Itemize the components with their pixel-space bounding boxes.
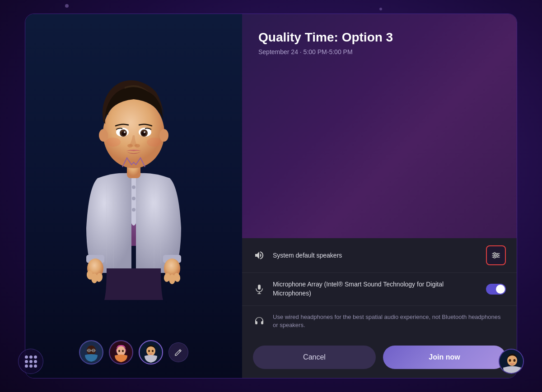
svg-point-47 (148, 350, 150, 352)
svg-point-3 (132, 197, 136, 200)
svg-point-54 (494, 256, 495, 258)
svg-point-31 (127, 144, 133, 148)
svg-point-21 (99, 129, 108, 142)
microphone-toggle-action (486, 284, 506, 295)
event-title: Quality Time: Option 3 (258, 30, 500, 45)
svg-point-34 (147, 138, 161, 147)
apps-dot (34, 364, 37, 368)
avatar-panel (25, 14, 242, 378)
microphone-control-row: Microphone Array (Intel® Smart Sound Tec… (242, 273, 517, 305)
main-container: Quality Time: Option 3 September 24 · 5:… (25, 14, 517, 378)
svg-point-48 (152, 350, 154, 352)
apps-dot (34, 360, 37, 363)
event-date: September 24 · 5:00 PM-5:00 PM (258, 48, 500, 55)
user-avatar-button[interactable] (499, 349, 524, 374)
svg-rect-55 (258, 285, 261, 290)
audio-hint-row: Use wired headphones for the best spatia… (242, 306, 517, 337)
speaker-icon (253, 249, 266, 262)
controls-panel: System default speakers (242, 238, 517, 337)
avatar-display (25, 14, 242, 333)
svg-point-60 (509, 359, 511, 362)
svg-point-30 (144, 131, 145, 133)
svg-point-26 (124, 131, 126, 133)
microphone-label: Microphone Array (Intel® Smart Sound Tec… (273, 280, 479, 298)
headphones-icon (253, 315, 266, 327)
avatar-svg (61, 47, 206, 300)
apps-dot (25, 364, 28, 368)
avatar-selector (79, 340, 188, 364)
svg-point-44 (122, 350, 124, 352)
speaker-label: System default speakers (273, 251, 479, 260)
audio-settings-button[interactable] (486, 245, 506, 265)
microphone-icon (253, 283, 266, 295)
edit-avatar-button[interactable] (168, 342, 188, 362)
svg-point-43 (118, 350, 120, 352)
svg-point-53 (496, 254, 498, 256)
join-now-button[interactable]: Join now (383, 346, 506, 369)
deco-dot (379, 8, 382, 10)
speaker-settings-action (486, 245, 506, 265)
apps-dot (25, 355, 28, 359)
svg-point-20 (103, 98, 164, 168)
svg-rect-38 (87, 350, 96, 351)
svg-point-2 (132, 185, 136, 189)
svg-point-33 (106, 138, 121, 147)
svg-point-42 (117, 346, 126, 356)
speaker-control-row: System default speakers (242, 238, 517, 273)
cancel-button[interactable]: Cancel (253, 346, 376, 369)
event-header: Quality Time: Option 3 September 24 · 5:… (242, 14, 517, 238)
apps-dot (29, 360, 33, 363)
apps-dot (29, 364, 33, 368)
audio-hint-label: Use wired headphones for the best spatia… (273, 313, 506, 329)
deco-dot (65, 4, 69, 8)
right-panel: Quality Time: Option 3 September 24 · 5:… (242, 14, 517, 378)
svg-point-52 (494, 253, 495, 254)
apps-button[interactable] (18, 349, 43, 374)
apps-dot (25, 360, 28, 363)
svg-point-32 (135, 144, 140, 148)
microphone-toggle[interactable] (486, 284, 506, 295)
apps-grid-icon (25, 355, 37, 368)
svg-point-4 (132, 208, 136, 212)
avatar-thumb-3[interactable] (139, 340, 163, 364)
avatar-thumb-2[interactable] (109, 340, 133, 364)
action-row: Cancel Join now (242, 337, 517, 378)
svg-point-22 (159, 129, 168, 142)
avatar-thumb-1[interactable] (79, 340, 103, 364)
apps-dot (29, 355, 33, 359)
svg-point-61 (514, 359, 516, 362)
apps-dot (34, 355, 37, 359)
